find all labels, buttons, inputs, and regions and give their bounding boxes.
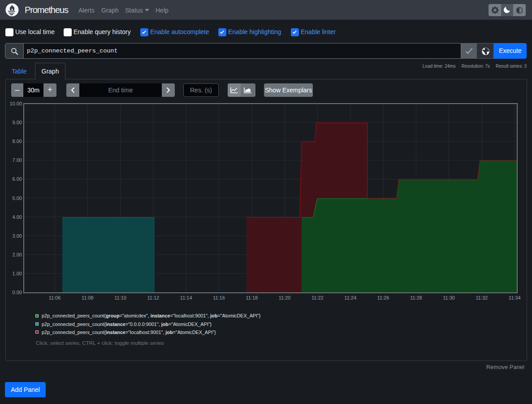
svg-text:7.00: 7.00 — [13, 157, 22, 163]
svg-text:8.00: 8.00 — [13, 139, 22, 144]
svg-text:10.00: 10.00 — [9, 101, 22, 106]
svg-text:11:30: 11:30 — [443, 295, 455, 300]
svg-text:1.00: 1.00 — [13, 271, 22, 276]
svg-text:11:32: 11:32 — [476, 295, 488, 300]
svg-text:11:28: 11:28 — [410, 295, 422, 300]
svg-text:11:06: 11:06 — [49, 295, 61, 300]
svg-text:9.00: 9.00 — [13, 120, 22, 125]
svg-text:11:20: 11:20 — [279, 295, 291, 300]
svg-text:11:10: 11:10 — [114, 295, 126, 300]
svg-text:11:24: 11:24 — [344, 295, 356, 300]
svg-text:11:12: 11:12 — [147, 295, 160, 300]
svg-text:0.00: 0.00 — [13, 290, 22, 295]
svg-text:2.00: 2.00 — [13, 252, 22, 257]
svg-text:3.00: 3.00 — [13, 233, 22, 239]
svg-text:11:26: 11:26 — [377, 295, 389, 300]
svg-text:5.00: 5.00 — [13, 195, 22, 201]
svg-text:6.00: 6.00 — [13, 176, 22, 182]
svg-text:11:08: 11:08 — [82, 295, 94, 300]
svg-text:11:22: 11:22 — [311, 295, 324, 300]
svg-text:11:34: 11:34 — [509, 295, 521, 300]
svg-text:11:18: 11:18 — [246, 295, 258, 300]
svg-text:11:16: 11:16 — [213, 295, 225, 300]
svg-text:4.00: 4.00 — [13, 214, 22, 220]
svg-text:11:14: 11:14 — [180, 295, 192, 300]
